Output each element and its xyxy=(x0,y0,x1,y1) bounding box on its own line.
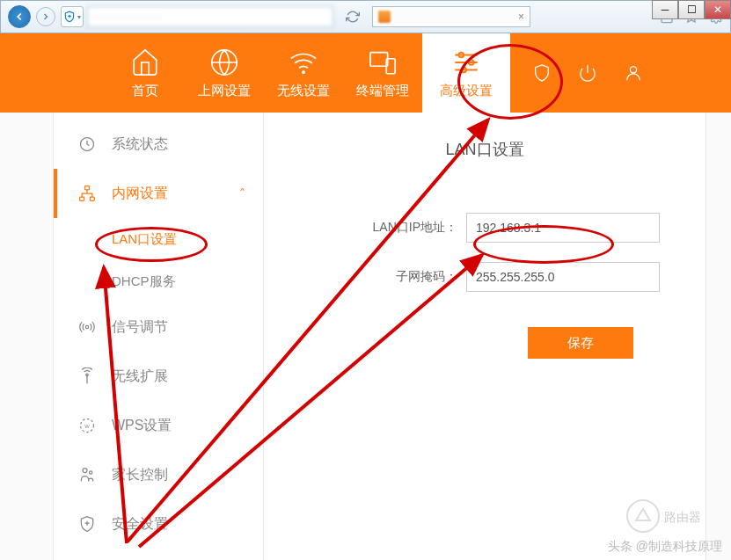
sidebar-item-lan[interactable]: 内网设置 ˄ xyxy=(54,169,263,218)
sidebar-wps-label: WPS设置 xyxy=(112,417,172,435)
arrow-left-icon xyxy=(13,11,26,23)
sidebar-parental-label: 家长控制 xyxy=(112,466,168,484)
svg-rect-16 xyxy=(90,197,94,200)
wps-icon: W xyxy=(78,417,96,434)
sidebar-item-security[interactable]: 安全设置 xyxy=(54,499,263,549)
save-button[interactable]: 保存 xyxy=(528,327,633,359)
wifi-icon xyxy=(289,47,318,77)
content-panel: LAN口设置 LAN口IP地址： 子网掩码： 保存 xyxy=(264,113,706,560)
home-icon xyxy=(130,47,160,77)
tab-close-button[interactable]: × xyxy=(518,11,524,23)
parental-icon xyxy=(78,466,96,484)
nav-wan[interactable]: 上网设置 xyxy=(185,47,264,99)
window-controls: ─ ☐ ✕ xyxy=(652,0,731,19)
arrow-right-icon xyxy=(40,11,51,22)
sliders-icon xyxy=(451,47,481,77)
watermark-brand-logo: 路由器 xyxy=(625,498,705,534)
antenna-icon xyxy=(78,367,96,385)
svg-point-21 xyxy=(83,469,87,473)
sidebar-item-signal[interactable]: 信号调节 xyxy=(54,302,263,352)
browser-tab[interactable]: × xyxy=(372,6,530,27)
svg-point-17 xyxy=(85,325,88,328)
window-close-button[interactable]: ✕ xyxy=(705,0,731,19)
nav-advanced[interactable]: 高级设置 xyxy=(422,33,510,113)
globe-icon xyxy=(209,47,239,77)
power-icon[interactable] xyxy=(578,63,597,83)
refresh-icon[interactable] xyxy=(346,10,360,24)
shield-icon[interactable] xyxy=(532,63,552,83)
security-shield-button[interactable]: ▾ xyxy=(61,6,84,27)
svg-rect-14 xyxy=(85,186,90,190)
svg-point-12 xyxy=(630,67,636,73)
sidebar-extend-label: 无线扩展 xyxy=(112,367,168,386)
clock-icon xyxy=(78,135,96,153)
svg-rect-4 xyxy=(370,52,388,66)
sidebar-status-label: 系统状态 xyxy=(112,135,168,154)
nav-home[interactable]: 首页 xyxy=(106,47,185,99)
main-area: 系统状态 内网设置 ˄ LAN口设置 DHCP服务 信号调节 无线扩展 W WP… xyxy=(0,113,731,560)
svg-rect-15 xyxy=(80,197,84,200)
sidebar-item-wps[interactable]: W WPS设置 xyxy=(54,401,263,450)
shield-icon xyxy=(78,515,96,533)
dropdown-arrow-icon: ▾ xyxy=(77,13,81,21)
window-minimize-button[interactable]: ─ xyxy=(652,0,678,19)
ip-label: LAN口IP地址： xyxy=(290,220,466,236)
user-icon[interactable] xyxy=(624,63,643,83)
watermark-text: 头条 @制造科技原理 xyxy=(608,539,722,555)
shield-plus-icon xyxy=(63,11,76,23)
nav-terminal-label: 终端管理 xyxy=(356,83,409,99)
form-row-mask: 子网掩码： xyxy=(290,262,679,292)
nav-wifi[interactable]: 无线设置 xyxy=(264,47,343,99)
devices-icon xyxy=(368,47,398,77)
nav-right-icons xyxy=(532,63,643,83)
svg-point-3 xyxy=(303,71,304,73)
back-button[interactable] xyxy=(8,5,31,28)
nav-advanced-label: 高级设置 xyxy=(440,83,493,99)
mask-input[interactable] xyxy=(466,262,660,292)
chevron-up-icon: ˄ xyxy=(239,186,245,200)
nav-wifi-label: 无线设置 xyxy=(277,83,330,99)
sidebar-sub-dhcp[interactable]: DHCP服务 xyxy=(54,260,263,302)
svg-point-29 xyxy=(627,500,659,532)
browser-toolbar: ▾ · · · · · · · · · · · · × xyxy=(0,0,731,33)
sidebar-item-status[interactable]: 系统状态 xyxy=(54,120,263,169)
sidebar-sub-lan-settings[interactable]: LAN口设置 xyxy=(54,218,263,260)
address-area: ▾ · · · · · · · · · · · · × xyxy=(61,6,723,27)
window-maximize-button[interactable]: ☐ xyxy=(678,0,705,19)
network-icon xyxy=(78,185,96,202)
content-title: LAN口设置 xyxy=(290,139,679,160)
sidebar-lan-sub-label: LAN口设置 xyxy=(112,231,177,248)
svg-point-22 xyxy=(90,471,92,474)
svg-text:W: W xyxy=(84,424,90,429)
nav-wan-label: 上网设置 xyxy=(198,83,251,99)
tab-favicon-icon xyxy=(378,11,391,23)
signal-icon xyxy=(78,318,96,336)
sidebar: 系统状态 内网设置 ˄ LAN口设置 DHCP服务 信号调节 无线扩展 W WP… xyxy=(53,113,264,560)
mask-label: 子网掩码： xyxy=(290,269,466,285)
nav-home-label: 首页 xyxy=(132,83,158,99)
ip-input[interactable] xyxy=(466,213,660,243)
sidebar-item-extend[interactable]: 无线扩展 xyxy=(54,352,263,401)
router-top-nav: 首页 上网设置 无线设置 终端管理 高级设置 xyxy=(0,33,731,113)
svg-text:路由器: 路由器 xyxy=(664,510,701,524)
forward-button[interactable] xyxy=(36,7,55,26)
sidebar-lan-label: 内网设置 xyxy=(112,185,168,203)
sidebar-item-parental[interactable]: 家长控制 xyxy=(54,450,263,499)
sidebar-security-label: 安全设置 xyxy=(112,515,168,534)
nav-terminal[interactable]: 终端管理 xyxy=(343,47,422,99)
url-input[interactable]: · · · · · · · · · · · · xyxy=(87,6,333,27)
sidebar-dhcp-label: DHCP服务 xyxy=(112,273,176,290)
form-row-ip: LAN口IP地址： xyxy=(290,213,679,243)
sidebar-signal-label: 信号调节 xyxy=(112,318,168,337)
